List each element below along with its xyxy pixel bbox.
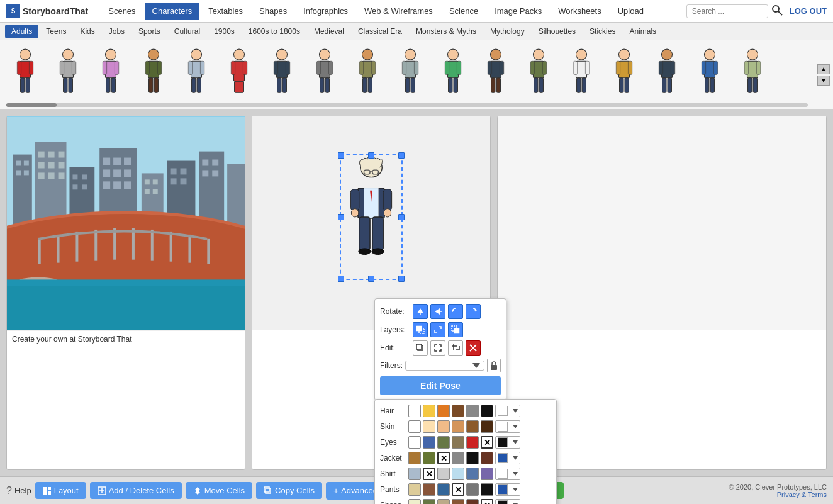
hair-swatch-gray[interactable] [466,405,479,417]
pants-swatch-4[interactable] [466,483,479,496]
resize-handle-ml[interactable] [338,214,344,220]
layout-button[interactable]: Layout [35,482,86,499]
layer-expand-btn[interactable] [430,322,445,337]
resize-handle-tr[interactable] [398,152,405,159]
shoes-swatch-5[interactable] [466,499,479,504]
pants-color-dropdown[interactable] [495,483,520,496]
cat-tab-animals[interactable]: Animals [623,25,662,38]
character-thumb-17[interactable] [691,47,729,103]
cat-tab-jobs[interactable]: Jobs [103,25,131,38]
shoes-swatch-x[interactable]: ✕ [481,499,493,504]
character-thumb-5[interactable] [177,47,215,103]
character-thumb-11[interactable] [434,47,472,103]
pants-swatch-x[interactable]: ✕ [452,483,464,496]
scrollbar-thumb[interactable] [6,103,57,107]
jacket-swatch-x[interactable]: ✕ [437,452,450,464]
edit-fullscreen-btn[interactable] [430,340,445,356]
character-strip-scrollbar[interactable] [6,103,808,107]
add-delete-cells-button[interactable]: Add / Delete Cells [90,482,182,499]
jacket-swatch-4[interactable] [466,452,479,464]
character-thumb-15[interactable] [605,47,643,103]
edit-pose-button[interactable]: Edit Pose [380,376,501,395]
tab-science[interactable]: Science [442,3,486,20]
pants-swatch-1[interactable] [408,483,421,496]
hair-swatch-white[interactable] [408,405,421,417]
hair-swatch-brown[interactable] [452,405,464,417]
tab-scenes[interactable]: Scenes [101,3,143,20]
cat-tab-1900s[interactable]: 1900s [208,25,241,38]
edit-copy-btn[interactable] [413,340,428,356]
eyes-swatch-3[interactable] [437,436,450,449]
character-thumb-8[interactable] [306,47,344,103]
edit-delete-btn[interactable] [466,340,481,356]
skin-swatch-5[interactable] [466,420,479,433]
cat-tab-1600s[interactable]: 1600s to 1800s [242,25,306,38]
tab-image-packs[interactable]: Image Packs [487,3,549,20]
jacket-swatch-5[interactable] [481,452,493,464]
cat-tab-cultural[interactable]: Cultural [168,25,206,38]
skin-swatch-2[interactable] [423,420,435,433]
cat-tab-medieval[interactable]: Medieval [308,25,350,38]
logout-button[interactable]: LOG OUT [790,6,827,16]
character-thumb-10[interactable] [391,47,429,103]
cat-tab-mythology[interactable]: Mythology [484,25,531,38]
cat-tab-kids[interactable]: Kids [74,25,101,38]
resize-handle-br[interactable] [398,276,405,282]
privacy-link[interactable]: Privacy & Terms [777,491,827,498]
help-button[interactable]: ? Help [6,485,31,496]
search-input[interactable] [686,4,768,18]
app-logo[interactable]: S StoryboardThat [6,4,88,18]
character-thumb-13[interactable] [520,47,557,103]
tab-characters[interactable]: Characters [145,3,200,20]
cat-tab-stickies[interactable]: Stickies [583,25,622,38]
jacket-swatch-3[interactable] [452,452,464,464]
cat-tab-monsters[interactable]: Monsters & Myths [410,25,483,38]
layer-back-btn[interactable] [448,322,463,337]
eyes-swatch-x[interactable]: ✕ [481,436,493,449]
jacket-swatch-2[interactable] [423,452,435,464]
skin-swatch-1[interactable] [408,420,421,433]
edit-crop-btn[interactable] [448,340,463,356]
cat-tab-adults[interactable]: Adults [5,25,38,38]
copy-cells-button[interactable]: Copy Cells [256,482,322,499]
hair-swatch-black[interactable] [481,405,493,417]
character-thumb-18[interactable] [734,47,771,103]
character-thumb-1[interactable] [6,47,44,103]
shirt-swatch-4[interactable] [466,468,479,480]
resize-handle-tm[interactable] [368,152,374,159]
tab-web-wireframes[interactable]: Web & Wireframes [357,3,440,20]
shoes-swatch-2[interactable] [423,499,435,504]
jacket-swatch-1[interactable] [408,452,421,464]
search-icon[interactable] [771,4,783,18]
filters-lock-btn[interactable] [487,359,501,372]
eyes-color-dropdown[interactable] [495,436,520,449]
filters-select[interactable] [405,361,484,371]
move-cells-button[interactable]: Move Cells [186,482,252,499]
character-thumb-6[interactable] [220,47,258,103]
resize-handle-tl[interactable] [338,152,344,159]
tab-textables[interactable]: Textables [201,3,250,20]
character-thumb-4[interactable] [135,47,172,103]
tab-upload[interactable]: Upload [610,3,651,20]
hair-swatch-yellow[interactable] [423,405,435,417]
cat-tab-silhouettes[interactable]: Silhouettes [532,25,582,38]
rotate-ccw-btn[interactable] [448,304,463,319]
character-thumb-2[interactable] [49,47,87,103]
cat-tab-teens[interactable]: Teens [40,25,72,38]
character-thumb-9[interactable] [349,47,386,103]
character-thumb-14[interactable] [562,47,600,103]
panel-3-canvas[interactable] [498,116,826,330]
tab-worksheets[interactable]: Worksheets [551,3,608,20]
rotate-flip-h-btn[interactable] [430,304,445,319]
character-thumb-3[interactable] [92,47,130,103]
shirt-swatch-5[interactable] [481,468,493,480]
character-thumb-12[interactable] [477,47,515,103]
shoes-swatch-4[interactable] [452,499,464,504]
eyes-swatch-5[interactable] [466,436,479,449]
pants-swatch-3[interactable] [437,483,450,496]
eyes-swatch-4[interactable] [452,436,464,449]
resize-handle-mr[interactable] [398,214,405,220]
hair-color-dropdown[interactable] [495,405,520,417]
shirt-swatch-1[interactable] [408,468,421,480]
strip-scroll-down[interactable]: ▼ [817,76,830,86]
